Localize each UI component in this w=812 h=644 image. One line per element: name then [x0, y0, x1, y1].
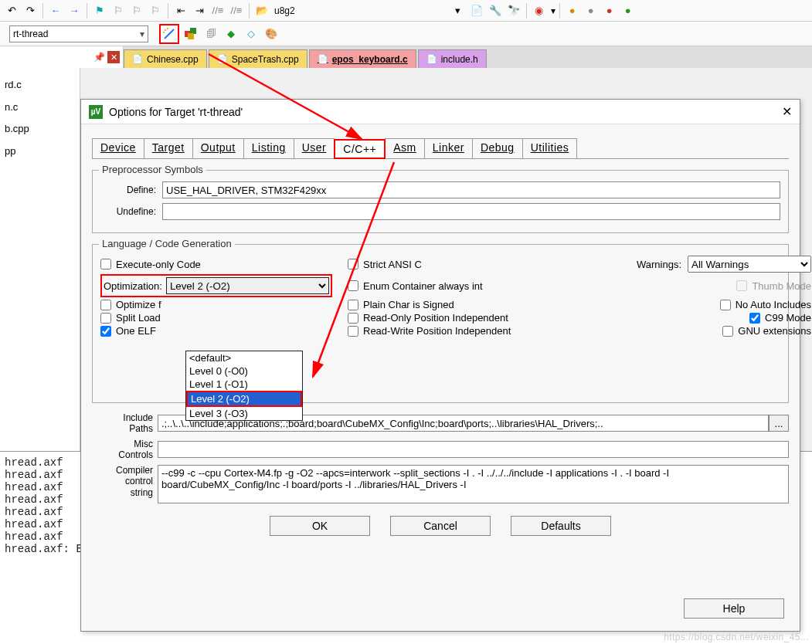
chk-label: Split Load	[116, 312, 161, 324]
record-red-icon[interactable]: ◉	[531, 2, 548, 19]
pin-icon[interactable]: 📌	[93, 52, 105, 63]
chk-label: Enum Container always int	[363, 280, 483, 292]
ok-button[interactable]: OK	[270, 516, 370, 536]
options-tabs: Device Target Output Listing User C/C++ …	[92, 138, 789, 159]
diamond-cyan-icon[interactable]: ◇	[243, 25, 260, 42]
browse-include-button[interactable]: ...	[769, 415, 789, 432]
dot-red-icon[interactable]: ●	[601, 2, 618, 19]
define-label: Define:	[100, 185, 162, 195]
chk-strict-ansi[interactable]	[348, 259, 358, 269]
chk-execute-only[interactable]	[100, 259, 111, 269]
include-paths-label: Include Paths	[92, 412, 158, 434]
undo-icon[interactable]: ↶	[3, 2, 20, 19]
indent-left-icon[interactable]: ⇤	[172, 2, 189, 19]
svg-rect-4	[190, 28, 196, 34]
chk-plain-char[interactable]	[348, 300, 358, 310]
svg-point-2	[163, 32, 165, 33]
tab-spacetrash[interactable]: 📄SpaceTrash.cpp	[209, 49, 307, 68]
dropdown-small-icon[interactable]: ▾	[450, 2, 467, 19]
chk-label: Execute-only Code	[116, 259, 201, 270]
folder-icon[interactable]: 📂	[253, 2, 270, 19]
redo-icon[interactable]: ↷	[22, 2, 39, 19]
chk-enum-container[interactable]	[348, 280, 358, 291]
chk-label: C99 Mode	[765, 312, 811, 324]
list-item[interactable]: rd.c	[5, 74, 75, 97]
doc-icon[interactable]: 📄	[468, 2, 485, 19]
flag-right-icon[interactable]: ⚐	[147, 2, 164, 19]
chk-no-auto[interactable]	[720, 300, 731, 310]
combo-label: u8g2	[274, 5, 295, 16]
chk-label: Thumb Mode	[752, 280, 811, 292]
boxes-icon[interactable]	[182, 25, 199, 42]
dropdown-option[interactable]: Level 0 (-O0)	[186, 364, 302, 378]
tab-output[interactable]: Output	[192, 138, 244, 158]
tab-debug[interactable]: Debug	[472, 138, 523, 158]
forward-icon[interactable]: →	[66, 2, 83, 19]
chk-rw-pi[interactable]	[348, 326, 358, 337]
chk-ro-pi[interactable]	[348, 313, 358, 324]
close-icon[interactable]: ✕	[782, 104, 792, 119]
list-item[interactable]: b.cpp	[5, 118, 75, 141]
list-item[interactable]: pp	[5, 141, 75, 163]
binoc-icon[interactable]: 🔭	[505, 2, 522, 19]
chk-label: GNU extensions	[738, 325, 811, 337]
tab-listing[interactable]: Listing	[243, 138, 294, 158]
flag-left-icon[interactable]: ⚐	[128, 2, 145, 19]
chk-c99[interactable]	[749, 313, 760, 324]
optimization-label: Optimization:	[104, 280, 162, 292]
target-dropdown[interactable]: rt-thread	[9, 25, 148, 42]
flag-grey-icon[interactable]: ⚐	[110, 2, 127, 19]
flag-cyan-icon[interactable]: ⚑	[91, 2, 108, 19]
chk-one-elf[interactable]	[100, 326, 111, 337]
dropdown-option-selected[interactable]: Level 2 (-O2)	[186, 391, 302, 407]
close-panel-icon[interactable]: ✕	[107, 51, 120, 63]
undefine-label: Undefine:	[100, 206, 162, 217]
dot-orange-icon[interactable]: ●	[564, 2, 581, 19]
file-icon: 📄	[426, 54, 437, 64]
tab-device[interactable]: Device	[92, 138, 144, 158]
dot-green-icon[interactable]: ●	[620, 2, 637, 19]
list-item[interactable]: n.c	[5, 97, 75, 119]
back-icon[interactable]: ←	[47, 2, 64, 19]
tab-asm[interactable]: Asm	[385, 138, 425, 158]
paint-icon[interactable]: 🎨	[263, 25, 280, 42]
define-input[interactable]	[162, 181, 780, 198]
help-button[interactable]: Help	[684, 598, 784, 619]
chk-label: Read-Write Position Independent	[363, 325, 511, 337]
chk-split-load[interactable]	[100, 313, 111, 324]
tab-chinese[interactable]: 📄Chinese.cpp	[124, 49, 207, 68]
tab-epos-keyboard[interactable]: 📄epos_keyboard.c	[309, 49, 416, 68]
tab-ccpp[interactable]: C/C++	[334, 139, 386, 159]
tab-utilities[interactable]: Utilities	[522, 138, 578, 158]
cancel-button[interactable]: Cancel	[390, 516, 491, 536]
dot-grey-icon[interactable]: ●	[583, 2, 600, 19]
dropdown-option[interactable]: Level 3 (-O3)	[186, 407, 302, 420]
chk-label: Plain Char is Signed	[363, 299, 454, 310]
chk-gnu[interactable]	[722, 326, 733, 337]
uncomment-icon[interactable]: //≡	[228, 2, 245, 19]
defaults-button[interactable]: Defaults	[511, 516, 611, 536]
tab-linker[interactable]: Linker	[424, 138, 473, 158]
options-dialog: µV Options for Target 'rt-thread' ✕ Devi…	[80, 99, 800, 632]
tab-user[interactable]: User	[294, 138, 335, 158]
dropdown-option[interactable]: Level 1 (-O1)	[186, 378, 302, 391]
tab-include[interactable]: 📄include.h	[418, 49, 487, 68]
target-toolbar: rt-thread 🗐 ◆ ◇ 🎨	[0, 22, 812, 46]
warnings-select[interactable]: All Warnings	[688, 256, 811, 273]
tools-icon[interactable]: 🔧	[487, 2, 504, 19]
tab-label: epos_keyboard.c	[332, 54, 408, 65]
misc-controls-input[interactable]	[158, 441, 789, 458]
tab-target[interactable]: Target	[144, 138, 193, 158]
optimization-select[interactable]: Level 2 (-O2)	[166, 277, 329, 294]
files-icon[interactable]: 🗐	[202, 25, 219, 42]
diamond-green-icon[interactable]: ◆	[223, 25, 240, 42]
undefine-input[interactable]	[162, 203, 780, 220]
chk-optimize-f[interactable]	[100, 300, 111, 310]
chk-label: Read-Only Position Independent	[363, 312, 508, 324]
indent-right-icon[interactable]: ⇥	[191, 2, 208, 19]
comment-icon[interactable]: //≡	[209, 2, 226, 19]
tab-label: SpaceTrash.cpp	[232, 54, 299, 65]
optimization-dropdown-list[interactable]: <default> Level 0 (-O0) Level 1 (-O1) Le…	[185, 351, 303, 421]
dropdown-option[interactable]: <default>	[186, 351, 302, 364]
magic-wand-icon[interactable]	[159, 24, 179, 44]
